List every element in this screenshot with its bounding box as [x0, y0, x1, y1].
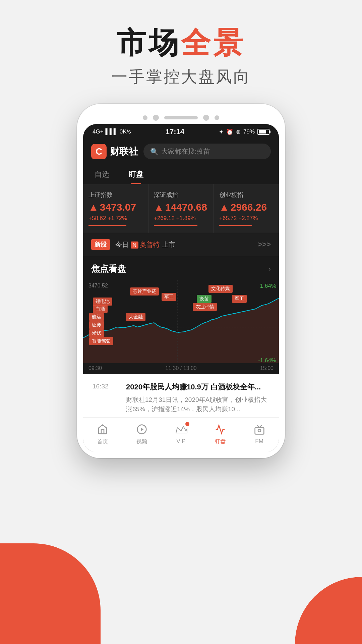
hero-title: 市场全景 [0, 27, 362, 59]
signal-bars: ▌▌▌ [106, 128, 118, 135]
stock-tag-culture[interactable]: 文化传媒 [208, 285, 233, 293]
svg-marker-3 [141, 427, 144, 431]
app-header: C 财联社 🔍 大家都在搜:疫苗 [83, 138, 279, 165]
index-bar-1 [88, 225, 126, 226]
data-speed: 0K/s [120, 128, 131, 135]
nav-label-fm: FM [255, 438, 263, 445]
stock-tag-chip[interactable]: 芯片产业链 [130, 287, 159, 296]
nav-label-dingpan: 盯盘 [215, 438, 226, 445]
news-title-1: 2020年股民人均赚10.9万 白酒板块全年... [126, 382, 269, 392]
status-right: ✦ ⏰ ⊛ 79% [219, 128, 269, 136]
index-value-1: ▲ 3473.07 [88, 202, 143, 213]
search-bar[interactable]: 🔍 大家都在搜:疫苗 [143, 144, 271, 159]
new-stock-text: 今日 N奥普特 上市 [115, 240, 252, 249]
background-bottom-left [0, 543, 101, 644]
index-bar-3 [219, 225, 252, 226]
phone-screen: 4G+ ▌▌▌ 0K/s 17:14 ✦ ⏰ ⊛ 79% [83, 124, 279, 452]
logo-icon: C [91, 144, 107, 159]
chart-percent-bottom: -1.64% [258, 357, 276, 364]
focus-more-button[interactable]: › [268, 265, 271, 273]
new-stock-badge: 新股 [91, 239, 110, 250]
index-bar-2 [154, 225, 197, 226]
chart-time-end: 15:00 [260, 365, 274, 371]
wifi-icon: ⊛ [236, 128, 241, 136]
stock-tag-shipping[interactable]: 航运 [89, 313, 104, 321]
phone-camera [203, 115, 209, 121]
index-change-1: +58.62 +1.72% [88, 215, 143, 222]
chart-svg [83, 280, 279, 374]
index-value-3: ▲ 2966.26 [219, 202, 274, 213]
nav-item-fm[interactable]: FM [240, 423, 279, 445]
search-icon: 🔍 [150, 148, 159, 156]
stock-tag-autonomous[interactable]: 智能驾驶 [89, 337, 113, 345]
status-left: 4G+ ▌▌▌ 0K/s [93, 128, 131, 135]
signal-text: 4G+ [93, 128, 104, 135]
index-name-1: 上证指数 [88, 191, 143, 199]
index-chuangye[interactable]: 创业板指 ▲ 2966.26 +65.72 +2.27% [214, 184, 279, 233]
focus-title: 焦点看盘 [91, 263, 126, 275]
hero-section: 市场全景 一手掌控大盘风向 [0, 27, 362, 88]
stock-tag-solar[interactable]: 光伏 [89, 329, 104, 337]
nav-item-vip[interactable]: VIP [162, 423, 201, 445]
nav-label-video: 视频 [136, 438, 147, 445]
stock-tag-battery[interactable]: 锂电池 [93, 298, 112, 306]
index-arrow-2: ▲ [154, 202, 164, 213]
phone-sensor-dot-1 [143, 115, 147, 120]
news-time-1: 16:32 [93, 382, 119, 414]
stock-tag-securities[interactable]: 证券 [89, 321, 104, 329]
logo-text: 财联社 [110, 145, 138, 158]
home-icon [96, 423, 110, 436]
phone-top-bar [83, 110, 279, 124]
phone-mockup: 4G+ ▌▌▌ 0K/s 17:14 ✦ ⏰ ⊛ 79% [77, 104, 285, 458]
index-value-2: ▲ 14470.68 [154, 202, 208, 213]
stock-tag-agriculture[interactable]: 农业种情 [193, 303, 217, 311]
stock-tag-military1[interactable]: 军工 [162, 293, 176, 301]
video-icon [135, 423, 149, 436]
stock-tag-baijiu[interactable]: 白酒 [93, 305, 108, 313]
phone-sensor-dot-3 [215, 115, 219, 120]
new-stock-more-arrow: >>> [258, 240, 271, 249]
index-shangzheng[interactable]: 上证指数 ▲ 3473.07 +58.62 +1.72% [83, 184, 148, 233]
phone-sensor-dot-2 [153, 115, 159, 121]
background-bottom-right [295, 577, 362, 644]
stock-tag-finance[interactable]: 大金融 [126, 313, 145, 321]
battery-icon [257, 129, 269, 135]
new-stock-banner[interactable]: 新股 今日 N奥普特 上市 >>> [83, 233, 279, 256]
chart-time-labels: 09:30 11:30 / 13:00 15:00 [83, 365, 279, 371]
news-item-1[interactable]: 16:32 2020年股民人均赚10.9万 白酒板块全年... 财联社12月31… [83, 374, 279, 423]
chart-time-start: 09:30 [88, 365, 102, 371]
battery-percent: 79% [243, 128, 255, 135]
chart-icon [213, 423, 227, 436]
status-time: 17:14 [166, 127, 184, 136]
stock-tag-vaccine[interactable]: 疫苗 [197, 295, 212, 303]
tab-zixuan[interactable]: 自选 [93, 165, 111, 184]
tab-dingpan[interactable]: 盯盘 [127, 165, 145, 184]
nav-item-home[interactable]: 首页 [83, 423, 122, 445]
index-name-3: 创业板指 [219, 191, 274, 199]
nav-item-video[interactable]: 视频 [122, 423, 162, 445]
nav-item-dingpan[interactable]: 盯盘 [200, 423, 240, 445]
phone-speaker [164, 116, 198, 119]
status-bar: 4G+ ▌▌▌ 0K/s 17:14 ✦ ⏰ ⊛ 79% [83, 124, 279, 138]
chart-time-mid: 11:30 / 13:00 [165, 365, 196, 371]
phone-outer: 4G+ ▌▌▌ 0K/s 17:14 ✦ ⏰ ⊛ 79% [77, 104, 285, 458]
battery-fill [259, 130, 266, 133]
chart-y-label-top: 3470.52 [88, 283, 108, 289]
n-badge: N [131, 241, 139, 249]
chart-area: 3470.52 芯片产业链 锂电池 军工 白酒 文化传媒 疫苗 军工 农业种情 … [83, 280, 279, 374]
nav-label-vip: VIP [176, 438, 185, 445]
stock-tag-military2[interactable]: 军工 [232, 295, 247, 303]
news-content-1: 2020年股民人均赚10.9万 白酒板块全年... 财联社12月31日讯，202… [126, 382, 269, 414]
tab-bar: 自选 盯盘 [83, 165, 279, 184]
vip-dot [185, 422, 189, 426]
index-arrow-3: ▲ [219, 202, 229, 213]
index-shenzhen[interactable]: 深证成指 ▲ 14470.68 +269.12 +1.89% [148, 184, 214, 233]
svg-point-5 [258, 429, 261, 432]
index-name-2: 深证成指 [154, 191, 208, 199]
bottom-nav: 首页 视频 [83, 417, 279, 452]
focus-header: 焦点看盘 › [91, 263, 271, 275]
news-summary-1: 财联社12月31日讯，2020年A股收官，创业板指大涨65%，沪指涨近14%，股… [126, 395, 269, 414]
radio-icon [252, 423, 266, 436]
hero-title-part1: 市场 [117, 26, 181, 59]
index-arrow-1: ▲ [88, 202, 99, 213]
